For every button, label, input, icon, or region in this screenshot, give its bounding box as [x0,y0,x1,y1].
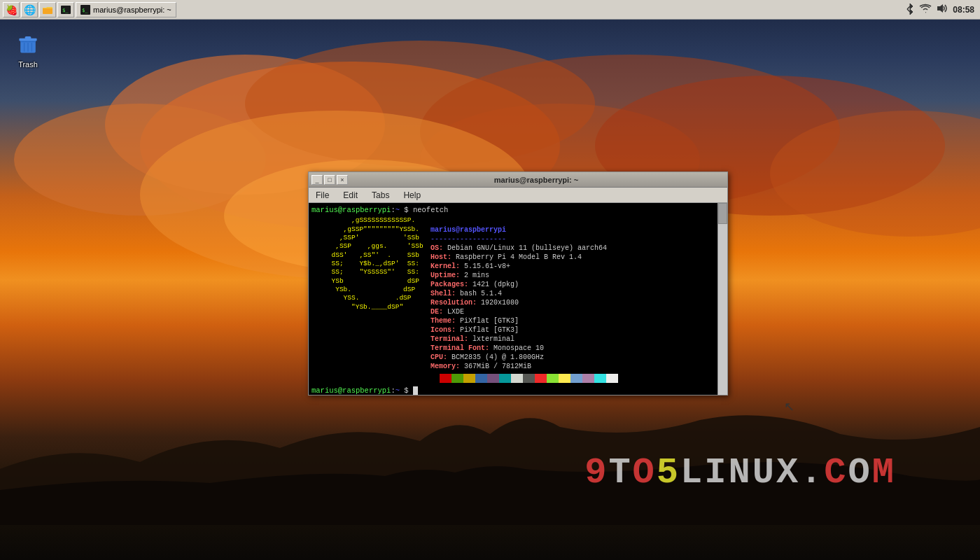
volume-icon[interactable] [936,4,948,16]
wm-t1: T [608,452,632,493]
svg-text:$_: $_ [62,8,69,13]
window-menubar: File Edit Tabs Help [309,188,727,203]
wm-5: 5 [657,452,680,493]
svg-line-16 [907,6,910,9]
window-content: marius@raspberrypi:~ $ neofetch ,gSSSSSS… [309,203,727,395]
svg-point-6 [14,104,266,216]
wifi-svg [919,4,932,13]
menu-help[interactable]: Help [399,189,425,202]
wm-dot: . [800,452,824,493]
wm-n: N [728,452,752,493]
wm-9: 9 [584,452,608,493]
desktop: 🍓 🌐 $_ $_ marius@raspberrypi: ~ [0,0,980,560]
wm-i: I [704,452,728,493]
sysinfo-panel: marius@raspberrypi ------------------ OS… [430,216,607,371]
bluetooth-icon[interactable] [905,2,915,18]
mouse-cursor: ↖ [784,399,794,414]
bluetooth-svg [905,2,915,15]
wm-u: U [752,452,776,493]
watermark: 9TO5LINUX.COM [584,452,896,493]
svg-line-17 [907,9,910,12]
taskbar-left: 🍓 🌐 $_ $_ marius@raspberrypi: ~ [0,2,176,18]
menu-edit[interactable]: Edit [339,189,362,202]
trash-desktop-icon[interactable]: Trash [6,27,50,72]
trash-icon-img [14,29,42,57]
svg-text:$_: $_ [82,8,88,13]
wm-o2: O [848,452,872,493]
browser-button[interactable]: 🌐 [21,2,38,18]
window-title: marius@raspberrypi: ~ [348,176,724,184]
terminal-app-label: marius@raspberrypi: ~ [93,6,172,14]
prompt-user: marius@raspberrypi [312,206,391,214]
folder-icon [42,4,53,15]
taskbar-right: 08:58 [905,2,980,18]
files-button[interactable] [39,2,56,18]
trash-icon-svg [15,31,41,56]
terminal-launcher-button[interactable]: $_ [57,2,74,18]
terminal-app-icon: $_ [80,5,90,15]
titlebar-buttons: _ □ × [312,175,348,185]
close-button[interactable]: × [337,175,348,185]
wm-o1: O [633,452,657,493]
svg-point-3 [245,41,595,167]
wifi-icon[interactable] [919,4,932,16]
ascii-art: ,gSSSSSSSSSSSSP. ,gSSP"""""""""YSSb. ,SS… [312,216,424,371]
menu-tabs[interactable]: Tabs [368,189,393,202]
window-titlebar[interactable]: _ □ × marius@raspberrypi: ~ [309,172,727,188]
prompt-cmd: neofetch [413,206,448,214]
rpi-menu-button[interactable]: 🍓 [3,2,20,18]
svg-marker-18 [937,4,943,13]
minimize-button[interactable]: _ [312,175,323,185]
svg-rect-11 [43,8,52,14]
trash-icon-label: Trash [18,60,38,69]
menu-file[interactable]: File [312,189,333,202]
wm-l: L [680,452,704,493]
maximize-button[interactable]: □ [324,175,335,185]
wm-c: C [824,452,848,493]
taskbar-clock: 08:58 [953,5,974,15]
terminal-icon: $_ [60,4,71,15]
wm-x: X [776,452,800,493]
terminal-window: _ □ × marius@raspberrypi: ~ File Edit Ta… [308,172,728,396]
terminal-scrollbar[interactable] [718,203,727,395]
volume-svg [936,4,948,13]
color-bar [309,372,718,384]
second-prompt: marius@raspberrypi:~ $ [309,384,718,395]
svg-rect-22 [25,36,31,39]
terminal-taskbar-app[interactable]: $_ marius@raspberrypi: ~ [76,2,176,18]
svg-point-8 [770,111,980,237]
taskbar: 🍓 🌐 $_ $_ marius@raspberrypi: ~ [0,0,980,20]
prompt-symbol: $ [400,206,413,214]
wm-m: M [872,452,896,493]
